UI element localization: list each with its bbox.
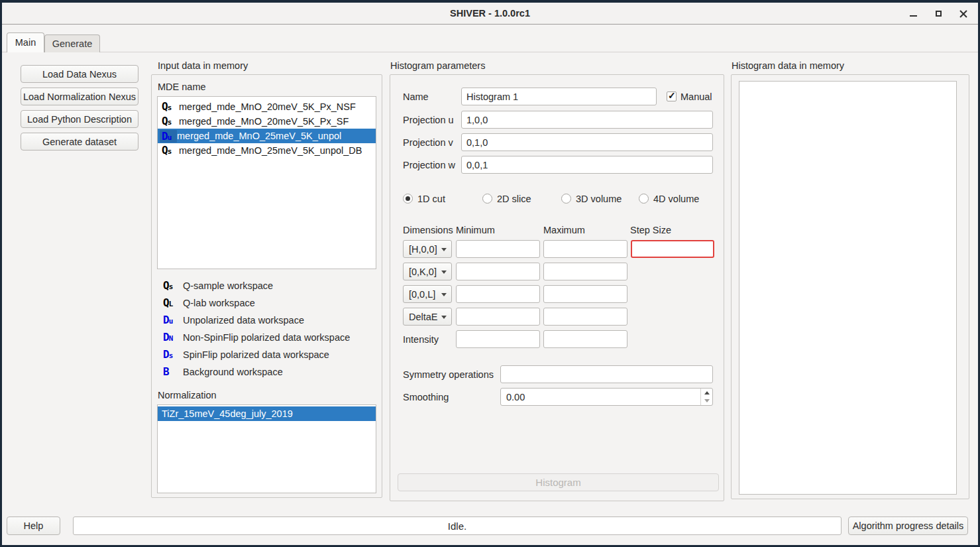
min-input-row4[interactable] [456, 308, 540, 326]
combo-value: DeltaE [409, 312, 438, 322]
radio-icon [482, 194, 492, 204]
legend-label: Q-lab workspace [183, 298, 255, 308]
mde-list-item[interactable]: Qs merged_mde_MnO_25meV_5K_unpol_DB [158, 143, 376, 158]
min-input-row2[interactable] [456, 263, 540, 280]
histogram-button[interactable]: Histogram [398, 473, 719, 491]
step-size-header: Step Size [630, 225, 671, 235]
min-input-row1[interactable] [456, 240, 540, 258]
manual-checkbox[interactable]: ✓ [667, 91, 677, 101]
generate-dataset-button[interactable]: Generate dataset [21, 133, 138, 151]
smoothing-value: 0.00 [506, 389, 525, 405]
radio-1d-cut[interactable]: 1D cut [403, 193, 445, 204]
max-input-row3[interactable] [543, 285, 627, 303]
chevron-down-icon [441, 293, 447, 296]
load-data-nexus-button[interactable]: Load Data Nexus [21, 65, 138, 83]
histogram-data-group-label: Histogram data in memory [732, 60, 844, 71]
help-button[interactable]: Help [7, 517, 60, 535]
mde-item-name: merged_mde_MnO_20meV_5K_Px_NSF [179, 101, 356, 112]
max-input-row4[interactable] [543, 308, 627, 326]
normalization-list[interactable]: TiZr_15meV_45deg_july_2019 [157, 404, 376, 493]
spin-down-button[interactable] [701, 397, 712, 406]
mde-item-name: merged_mde_MnO_25meV_5K_unpol [177, 131, 341, 141]
normalization-label: Normalization [158, 390, 217, 400]
minimize-button[interactable] [905, 6, 921, 22]
maximum-header: Maximum [543, 225, 585, 235]
histogram-data-list[interactable] [739, 81, 957, 495]
mde-name-label: MDE name [158, 82, 206, 92]
radio-icon [639, 194, 649, 204]
combo-value: [0,0,L] [409, 289, 435, 300]
legend-label: Unpolarized data workspace [183, 315, 304, 326]
legend-label: Background workspace [183, 367, 283, 377]
checkmark-icon: ✓ [668, 90, 676, 101]
name-label: Name [403, 88, 429, 105]
projection-v-label: Projection v [403, 133, 453, 151]
radio-label: 2D slice [497, 194, 531, 204]
legend-item: DN Non-SpinFlip polarized data workspace [163, 329, 350, 346]
spin-up-button[interactable] [701, 389, 712, 397]
mde-list-item[interactable]: Qs merged_mde_MnO_20meV_5K_Px_SF [158, 114, 376, 129]
projection-u-input[interactable] [461, 111, 713, 129]
radio-3d-volume[interactable]: 3D volume [561, 193, 622, 204]
load-python-description-button[interactable]: Load Python Description [21, 110, 138, 128]
titlebar[interactable]: SHIVER - 1.0.0rc1 [2, 3, 978, 25]
smoothing-spinbox[interactable]: 0.00 [500, 388, 713, 406]
mde-list-item[interactable]: Qs merged_mde_MnO_20meV_5K_Px_NSF [158, 99, 376, 114]
dimension-combo-h00[interactable]: [H,0,0] [403, 240, 452, 258]
dimension-combo-deltae[interactable]: DeltaE [403, 308, 452, 326]
tab-main[interactable]: Main [7, 32, 44, 52]
mde-list-item-selected[interactable]: Du merged_mde_MnO_25meV_5K_unpol [158, 129, 376, 143]
q-sample-workspace-icon: Qs [162, 116, 179, 127]
chevron-down-icon [441, 248, 447, 251]
unpolarized-workspace-icon: Du [163, 315, 183, 326]
radio-2d-slice[interactable]: 2D slice [482, 193, 531, 204]
intensity-label: Intensity [403, 330, 439, 348]
minimize-icon [910, 15, 917, 17]
manual-label: Manual [681, 88, 712, 105]
legend-item: Qs Q-sample workspace [163, 277, 273, 294]
combo-value: [0,K,0] [409, 267, 437, 277]
max-input-row2[interactable] [543, 263, 627, 280]
normalization-item-name: TiZr_15meV_45deg_july_2019 [162, 408, 293, 419]
projection-v-input[interactable] [461, 133, 713, 151]
q-sample-workspace-icon: Qs [162, 145, 179, 156]
spin-down-icon [704, 399, 710, 402]
intensity-min-input[interactable] [456, 330, 540, 348]
radio-icon [561, 194, 571, 204]
mde-list[interactable]: Qs merged_mde_MnO_20meV_5K_Px_NSF Qs mer… [157, 96, 376, 269]
maximize-button[interactable] [930, 6, 946, 22]
background-workspace-icon: B [163, 367, 183, 377]
min-input-row3[interactable] [456, 285, 540, 303]
legend-label: SpinFlip polarized data workspace [183, 349, 329, 360]
app-window: SHIVER - 1.0.0rc1 Main Generate Load Dat… [0, 0, 980, 547]
dimension-combo-0k0[interactable]: [0,K,0] [403, 263, 452, 280]
legend-item: Ds SpinFlip polarized data workspace [163, 346, 329, 363]
status-bar: Idle. [73, 517, 842, 535]
radio-label: 3D volume [576, 194, 622, 204]
chevron-down-icon [441, 271, 447, 274]
algorithm-progress-details-button[interactable]: Algorithm progress details [848, 517, 968, 535]
projection-w-input[interactable] [461, 156, 713, 174]
spin-buttons [700, 389, 712, 405]
q-sample-workspace-icon: Qs [162, 101, 179, 112]
smoothing-label: Smoothing [403, 388, 449, 406]
unpolarized-workspace-icon: Du [160, 130, 177, 143]
radio-4d-volume[interactable]: 4D volume [639, 193, 699, 204]
mde-item-name: merged_mde_MnO_20meV_5K_Px_SF [179, 116, 349, 127]
dimension-combo-00l[interactable]: [0,0,L] [403, 285, 452, 303]
legend-item: B Background workspace [163, 363, 283, 381]
load-normalization-nexus-button[interactable]: Load Normalization Nexus [21, 88, 138, 105]
projection-u-label: Projection u [403, 111, 454, 129]
maximize-icon [936, 11, 942, 17]
tab-pane-border [2, 52, 978, 52]
histogram-name-input[interactable] [461, 88, 657, 105]
tab-generate[interactable]: Generate [44, 34, 100, 52]
symmetry-operations-input[interactable] [500, 365, 713, 383]
normalization-item-selected[interactable]: TiZr_15meV_45deg_july_2019 [158, 406, 376, 421]
step-size-input-error[interactable] [631, 240, 714, 258]
dimensions-header: Dimensions [403, 225, 453, 235]
window-controls [905, 3, 971, 25]
max-input-row1[interactable] [543, 240, 627, 258]
close-button[interactable] [955, 6, 971, 22]
intensity-max-input[interactable] [543, 330, 627, 348]
